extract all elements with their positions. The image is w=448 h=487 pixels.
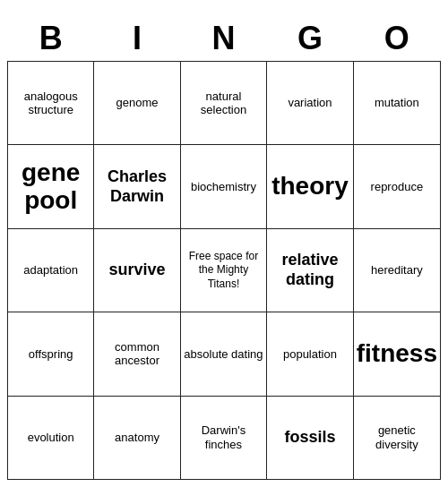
table-row: analogous structuregenomenatural selecti… (8, 62, 441, 145)
bingo-cell: offspring (8, 312, 94, 396)
bingo-cell: adaptation (8, 228, 94, 312)
bingo-cell: relative dating (267, 228, 354, 312)
bingo-cell: gene pool (8, 145, 94, 228)
bingo-cell: genetic diversity (353, 396, 440, 479)
bingo-grid: BINGO analogous structuregenomenatural s… (7, 16, 441, 480)
bingo-cell: variation (267, 62, 354, 145)
bingo-cell: evolution (8, 396, 94, 479)
table-row: evolutionanatomyDarwin's finchesfossilsg… (8, 396, 441, 479)
bingo-cell: biochemistry (180, 145, 266, 228)
bingo-letter: G (267, 16, 354, 62)
bingo-cell: analogous structure (8, 62, 94, 145)
bingo-cell: mutation (353, 62, 440, 145)
bingo-cell: anatomy (94, 396, 180, 479)
bingo-cell: Charles Darwin (94, 145, 180, 228)
bingo-cell: population (267, 312, 354, 396)
bingo-cell: hereditary (353, 228, 440, 312)
bingo-title (7, 7, 441, 16)
bingo-cell: common ancestor (94, 312, 180, 396)
bingo-letter: I (94, 16, 180, 62)
table-row: adaptationsurviveFree space for the Migh… (8, 228, 441, 312)
bingo-cell: natural selection (180, 62, 266, 145)
bingo-cell: absolute dating (180, 312, 266, 396)
bingo-cell: fitness (353, 312, 440, 396)
bingo-cell: genome (94, 62, 180, 145)
bingo-cell: fossils (267, 396, 354, 479)
bingo-cell: theory (267, 145, 354, 228)
bingo-letter: N (180, 16, 266, 62)
bingo-cell: reproduce (353, 145, 440, 228)
table-row: offspringcommon ancestorabsolute datingp… (8, 312, 441, 396)
table-row: gene poolCharles Darwinbiochemistrytheor… (8, 145, 441, 228)
bingo-cell: survive (94, 228, 180, 312)
bingo-cell: Darwin's finches (180, 396, 266, 479)
bingo-cell: Free space for the Mighty Titans! (180, 228, 266, 312)
bingo-letter: B (8, 16, 94, 62)
bingo-letter: O (353, 16, 440, 62)
